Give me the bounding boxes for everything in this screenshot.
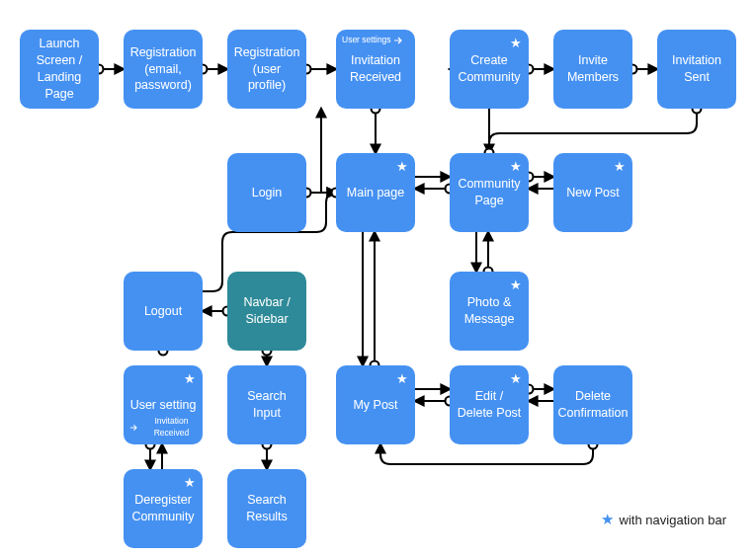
node-navbar[interactable]: Navbar / Sidebar — [227, 272, 306, 351]
node-label: Create Community — [456, 52, 523, 86]
node-invite_mem[interactable]: Invite Members — [553, 30, 632, 109]
node-new_post[interactable]: New Post★ — [553, 153, 632, 232]
node-label: Delete Confirmation — [558, 388, 629, 422]
node-launch[interactable]: Launch Screen / Landing Page — [20, 30, 99, 109]
node-edit_post[interactable]: Edit / Delete Post★ — [450, 365, 529, 444]
star-icon: ★ — [510, 277, 522, 294]
node-label: Community Page — [456, 176, 523, 209]
node-note: Invitation Received — [129, 416, 203, 438]
node-user_setting[interactable]: User setting★Invitation Received — [124, 365, 203, 444]
node-label: Logout — [144, 303, 182, 320]
node-label: Navbar / Sidebar — [233, 294, 300, 328]
node-logout[interactable]: Logout — [124, 272, 203, 351]
node-login[interactable]: Login — [227, 153, 306, 232]
node-create_comm[interactable]: Create Community★ — [450, 30, 529, 109]
node-comm_page[interactable]: Community Page★ — [450, 153, 529, 232]
node-label: Login — [252, 185, 283, 201]
node-label: New Post — [566, 185, 620, 201]
star-icon: ★ — [510, 370, 522, 388]
star-icon: ★ — [614, 158, 626, 176]
node-label: Edit / Delete Post — [456, 388, 523, 422]
node-main[interactable]: Main page★ — [336, 153, 415, 232]
node-label: My Post — [353, 397, 397, 414]
node-inv_received[interactable]: Invitation ReceivedUser settings — [336, 30, 415, 109]
node-search_input[interactable]: Search Input — [227, 365, 306, 444]
legend: ★ with navigation bar — [601, 511, 726, 528]
edge-21 — [321, 109, 336, 193]
star-icon: ★ — [510, 35, 522, 52]
node-label: User setting — [130, 397, 197, 414]
star-icon: ★ — [510, 158, 522, 176]
node-del_conf[interactable]: Delete Confirmation — [553, 365, 632, 444]
node-label: Invitation Received — [342, 52, 409, 86]
node-label: Search Results — [233, 492, 300, 525]
node-inv_sent[interactable]: Invitation Sent — [657, 30, 736, 109]
star-icon: ★ — [184, 370, 196, 388]
star-icon: ★ — [184, 474, 196, 492]
node-label: Photo & Message — [456, 294, 523, 328]
star-icon: ★ — [601, 511, 614, 528]
node-label: Invite Members — [559, 52, 627, 86]
node-label: Deregister Community — [129, 492, 197, 525]
node-label: Registration (email, password) — [129, 44, 197, 95]
node-reg_email[interactable]: Registration (email, password) — [124, 30, 203, 109]
node-label: Registration (user profile) — [233, 44, 300, 95]
edge-20 — [380, 444, 593, 464]
node-reg_profile[interactable]: Registration (user profile) — [227, 30, 306, 109]
node-photo_msg[interactable]: Photo & Message★ — [450, 272, 529, 351]
node-label: Launch Screen / Landing Page — [26, 36, 93, 103]
legend-label: with navigation bar — [620, 513, 726, 527]
node-label: Main page — [347, 185, 404, 201]
node-search_res[interactable]: Search Results — [227, 469, 306, 548]
node-label: Invitation Sent — [663, 52, 730, 86]
star-icon: ★ — [396, 158, 408, 176]
star-icon: ★ — [396, 370, 408, 388]
edge-7 — [489, 109, 697, 153]
node-note: User settings — [342, 35, 403, 45]
flow-diagram: ★ with navigation bar Launch Screen / La… — [0, 0, 756, 558]
node-dereg_comm[interactable]: Deregister Community★ — [124, 469, 203, 548]
node-my_post[interactable]: My Post★ — [336, 365, 415, 444]
node-label: Search Input — [233, 388, 300, 422]
